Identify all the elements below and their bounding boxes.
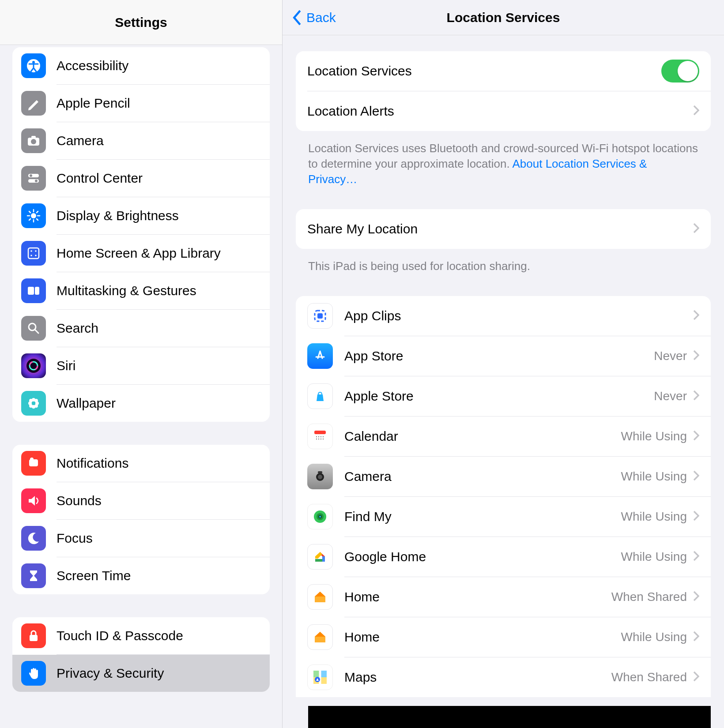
sidebar-item-label: Privacy & Security [57,666,164,681]
app-row-camera[interactable]: CameraWhile Using [296,457,711,496]
svg-point-34 [29,399,33,402]
sidebar-item-privacy-security[interactable]: Privacy & Security [12,655,270,692]
svg-rect-43 [317,313,323,319]
sidebar-item-focus[interactable]: Focus [12,520,270,557]
row-location-services[interactable]: Location Services [296,51,711,91]
svg-rect-41 [30,635,38,641]
chevron-right-icon [693,105,699,117]
app-label: Home [344,630,621,645]
camera-app-icon [307,464,333,489]
svg-point-51 [321,439,321,439]
app-permission-value: Never [654,389,687,403]
section-location-services: Location Services Location Alerts [296,51,711,131]
app-row-google-home[interactable]: Google HomeWhile Using [296,537,711,577]
sidebar-item-display-brightness[interactable]: Display & Brightness [12,197,270,234]
sidebar-item-notifications[interactable]: Notifications [12,445,270,482]
sidebar-item-label: Camera [57,133,104,148]
label-location-services: Location Services [307,64,661,79]
sidebar-item-wallpaper[interactable]: Wallpaper [12,385,270,422]
sidebar-item-camera[interactable]: Camera [12,122,270,159]
multi-icon [21,278,46,303]
svg-point-40 [30,458,34,461]
sidebar-item-multitasking-gestures[interactable]: Multitasking & Gestures [12,272,270,309]
svg-point-19 [30,250,32,252]
sidebar-group: Touch ID & PasscodePrivacy & Security [12,617,270,692]
app-permission-value: While Using [621,550,687,564]
sidebar-item-screen-time[interactable]: Screen Time [12,557,270,594]
app-label: Camera [344,469,621,484]
app-label: Maps [344,670,611,685]
sidebar-item-label: Notifications [57,456,128,471]
sidebar-item-label: Focus [57,531,93,546]
sidebar-item-apple-pencil[interactable]: Apple Pencil [12,85,270,122]
app-permission-value: Never [654,349,687,363]
row-location-alerts[interactable]: Location Alerts [296,91,711,131]
grid-icon [21,241,46,266]
sidebar-item-touch-id-passcode[interactable]: Touch ID & Passcode [12,617,270,654]
hand-icon [21,661,46,686]
home-app-icon [307,584,333,610]
app-row-calendar[interactable]: CalendarWhile Using [296,417,711,456]
svg-point-50 [318,439,319,439]
app-row-app-store[interactable]: App StoreNever [296,336,711,376]
app-permission-value: While Using [621,469,687,484]
app-label: App Store [344,349,654,364]
footer-location-services: Location Services uses Bluetooth and cro… [296,131,711,187]
chevron-right-icon [693,510,699,523]
app-store-icon [307,343,333,369]
chevron-right-icon [693,390,699,402]
chevron-right-icon [693,310,699,322]
app-row-home[interactable]: HomeWhen Shared [296,577,711,617]
sidebar-item-home-screen-app-library[interactable]: Home Screen & App Library [12,235,270,272]
sidebar-scroll[interactable]: AccessibilityApple PencilCameraControl C… [0,45,282,728]
svg-rect-55 [318,471,322,473]
label-location-alerts: Location Alerts [307,104,693,119]
app-row-apple-store[interactable]: Apple StoreNever [296,376,711,416]
svg-rect-18 [28,248,39,259]
speaker-icon [21,488,46,513]
svg-point-38 [32,402,35,405]
app-row-app-clips[interactable]: App Clips [296,296,711,336]
row-share-my-location[interactable]: Share My Location [296,209,711,249]
sidebar-item-siri[interactable]: Siri [12,347,270,384]
apple-store-icon [307,383,333,409]
app-permission-value: When Shared [611,590,687,604]
switch-location-services[interactable] [661,60,699,83]
svg-point-47 [321,436,321,437]
home-app-icon [307,624,333,650]
svg-point-46 [318,436,319,437]
footer-share-location: This iPad is being used for location sha… [296,249,711,274]
detail-scroll[interactable]: Location Services Location Alerts Locati… [283,35,724,728]
svg-point-9 [31,213,36,218]
sidebar-item-accessibility[interactable]: Accessibility [12,47,270,84]
svg-line-14 [29,211,30,213]
footer2-text: This iPad is being used for location sha… [308,259,530,273]
svg-point-21 [30,255,32,256]
back-button[interactable]: Back [283,10,336,26]
app-label: Google Home [344,549,621,564]
siri-icon [21,353,46,378]
svg-rect-24 [35,287,39,295]
sidebar-item-sounds[interactable]: Sounds [12,482,270,519]
sidebar-item-control-center[interactable]: Control Center [12,160,270,197]
app-row-find-my[interactable]: Find MyWhile Using [296,497,711,537]
app-permission-value: While Using [621,429,687,443]
camera-icon [21,128,46,153]
svg-point-59 [319,516,321,518]
moon-icon [21,526,46,551]
sidebar-item-search[interactable]: Search [12,310,270,347]
svg-point-54 [318,475,322,479]
svg-point-35 [34,399,38,402]
chevron-right-icon [693,671,699,683]
svg-line-16 [37,211,38,213]
app-clips-icon [307,303,333,329]
app-row-home[interactable]: HomeWhile Using [296,617,711,657]
google-home-icon [307,544,333,570]
chevron-left-icon [292,10,302,26]
app-row-maps[interactable]: MapsWhen Shared [296,657,711,697]
search-icon [21,316,46,341]
svg-rect-23 [28,287,34,295]
redaction-bar [308,706,711,728]
sidebar-item-label: Accessibility [57,58,128,73]
pencil-icon [21,91,46,116]
